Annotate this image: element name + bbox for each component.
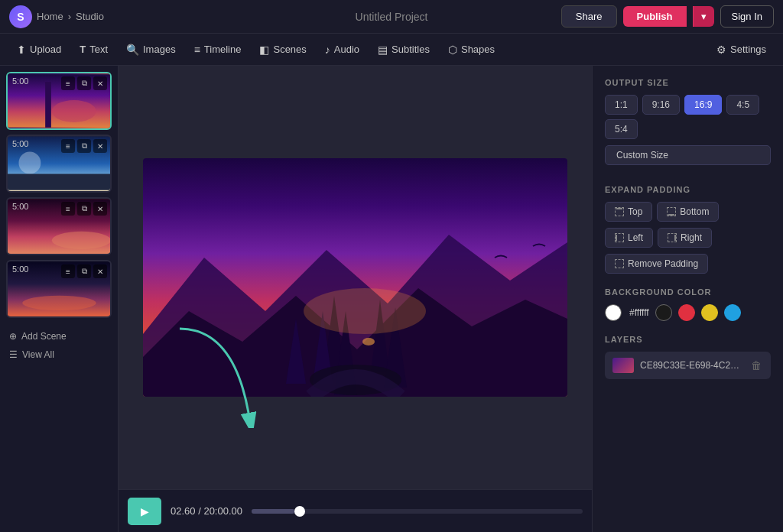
home-link[interactable]: Home [37, 11, 63, 22]
padding-right-label: Right [681, 232, 702, 243]
toolbar-timeline[interactable]: ≡ Timeline [187, 40, 249, 60]
add-scene-button[interactable]: ⊕ Add Scene [9, 329, 109, 344]
layers-section: LAYERS CE89C33E-E698-4C2D-... 🗑 [605, 335, 771, 379]
scene-menu-btn-1[interactable]: ≡ [61, 76, 75, 90]
ratio-buttons-row: 1:1 9:16 16:9 4:5 5:4 [605, 95, 771, 139]
svg-rect-5 [8, 174, 110, 190]
canvas[interactable] [143, 158, 567, 397]
color-swatch-white[interactable] [605, 304, 622, 321]
toolbar-scenes[interactable]: ◧ Scenes [252, 40, 314, 60]
padding-bottom-icon [667, 207, 676, 216]
layer-delete-button[interactable]: 🗑 [749, 359, 763, 371]
scene-thumb-3[interactable]: 5:00 ≡ ⧉ ✕ [6, 197, 112, 255]
toolbar-settings-label: Settings [730, 44, 766, 55]
toolbar-text-label: Text [89, 44, 108, 55]
padding-left-icon [615, 233, 624, 242]
scene-copy-btn-3[interactable]: ⧉ [77, 202, 91, 216]
padding-left-right-row: Left Right [605, 228, 771, 248]
scene-controls-4: ≡ ⧉ ✕ [61, 264, 107, 278]
scene-menu-btn-3[interactable]: ≡ [61, 202, 75, 216]
toolbar-subtitles[interactable]: ▤ Subtitles [370, 40, 437, 60]
toolbar-shapes[interactable]: ⬡ Shapes [440, 40, 502, 60]
toolbar-text[interactable]: T Text [72, 40, 115, 59]
current-time-value: 02.60 [171, 505, 196, 517]
color-swatch-yellow[interactable] [701, 304, 718, 321]
scene-duration-4: 5:00 [12, 264, 28, 274]
settings-icon: ⚙ [716, 44, 726, 56]
ratio-4-5[interactable]: 4:5 [726, 95, 759, 115]
scene-delete-btn-2[interactable]: ✕ [93, 139, 107, 153]
timeline-thumb[interactable] [294, 506, 305, 517]
scene-menu-btn-4[interactable]: ≡ [61, 264, 75, 278]
padding-right-button[interactable]: Right [658, 228, 712, 248]
scene-copy-btn-4[interactable]: ⧉ [77, 264, 91, 278]
add-scene-label: Add Scene [21, 331, 67, 342]
ratio-9-16[interactable]: 9:16 [642, 95, 680, 115]
upload-icon: ⬆ [17, 44, 26, 56]
toolbar-shapes-label: Shapes [461, 44, 495, 55]
custom-size-button[interactable]: Custom Size [605, 145, 771, 165]
scene-copy-btn-1[interactable]: ⧉ [77, 76, 91, 90]
play-button[interactable]: ▶ [128, 498, 161, 525]
publish-button[interactable]: Publish [623, 6, 687, 27]
scene-controls-1: ≡ ⧉ ✕ [61, 76, 107, 90]
scene-duration-2: 5:00 [12, 139, 28, 148]
add-scene-icon: ⊕ [9, 331, 17, 342]
toolbar-timeline-label: Timeline [204, 44, 242, 55]
scene-duration-3: 5:00 [12, 202, 28, 211]
color-swatch-red[interactable] [678, 304, 695, 321]
scene-thumb-1[interactable]: 5:00 ≡ ⧉ ✕ [6, 72, 112, 130]
toolbar-subtitles-label: Subtitles [392, 44, 430, 55]
toolbar-images[interactable]: 🔍 Images [119, 40, 184, 60]
timeline-icon: ≡ [194, 44, 200, 56]
subtitles-icon: ▤ [378, 44, 388, 56]
main-content: 5:00 ≡ ⧉ ✕ 5:00 ≡ ⧉ ✕ [0, 66, 783, 532]
padding-top-button[interactable]: Top [605, 202, 652, 222]
ratio-1-1[interactable]: 1:1 [605, 95, 638, 115]
text-icon: T [80, 44, 86, 55]
scene-thumb-2[interactable]: 5:00 ≡ ⧉ ✕ [6, 135, 112, 193]
bg-color-label: BACKGROUND COLOR [605, 287, 771, 297]
scene-delete-btn-4[interactable]: ✕ [93, 264, 107, 278]
layer-thumbnail [612, 358, 634, 373]
svg-point-1 [52, 100, 96, 122]
scene-thumb-4[interactable]: 5:00 ≡ ⧉ ✕ [6, 260, 112, 318]
toolbar-upload[interactable]: ⬆ Upload [9, 40, 69, 60]
padding-bottom-label: Bottom [680, 206, 709, 217]
toolbar: ⬆ Upload T Text 🔍 Images ≡ Timeline ◧ Sc… [0, 34, 783, 66]
scenes-icon: ◧ [259, 44, 269, 56]
ratio-16-9[interactable]: 16:9 [684, 95, 722, 115]
padding-left-button[interactable]: Left [605, 228, 653, 248]
breadcrumb-separator: › [68, 11, 71, 22]
padding-left-label: Left [628, 232, 643, 243]
project-title[interactable]: Untitled Project [356, 11, 428, 23]
ratio-5-4[interactable]: 5:4 [605, 119, 638, 139]
toolbar-audio[interactable]: ♪ Audio [317, 40, 367, 60]
project-title-container: Untitled Project [356, 11, 428, 23]
scene-duration-1: 5:00 [12, 76, 28, 86]
view-all-button[interactable]: ☰ View All [9, 347, 109, 362]
padding-top-label: Top [628, 206, 642, 217]
layer-name: CE89C33E-E698-4C2D-... [640, 360, 743, 371]
expand-padding-section: EXPAND PADDING Top Bottom Left R [605, 185, 771, 274]
signin-button[interactable]: Sign In [720, 5, 774, 28]
scene-copy-btn-2[interactable]: ⧉ [77, 139, 91, 153]
expand-padding-label: EXPAND PADDING [605, 185, 771, 194]
view-all-label: View All [22, 349, 54, 360]
timeline-track[interactable] [252, 509, 583, 514]
color-swatch-blue[interactable] [724, 304, 741, 321]
canvas-area: ▶ 02.60 / 20:00.00 [119, 66, 592, 532]
layers-label: LAYERS [605, 335, 771, 344]
images-icon: 🔍 [126, 44, 139, 56]
share-button[interactable]: Share [561, 5, 617, 28]
scene-menu-btn-2[interactable]: ≡ [61, 139, 75, 153]
publish-dropdown-button[interactable]: ▾ [693, 6, 714, 27]
studio-link[interactable]: Studio [76, 11, 104, 22]
scene-delete-btn-1[interactable]: ✕ [93, 76, 107, 90]
remove-padding-button[interactable]: Remove Padding [605, 254, 708, 274]
padding-bottom-button[interactable]: Bottom [657, 202, 719, 222]
color-swatch-black[interactable] [655, 304, 672, 321]
toolbar-settings[interactable]: ⚙ Settings [709, 40, 774, 60]
scene-delete-btn-3[interactable]: ✕ [93, 202, 107, 216]
layer-item-1[interactable]: CE89C33E-E698-4C2D-... 🗑 [605, 352, 771, 379]
